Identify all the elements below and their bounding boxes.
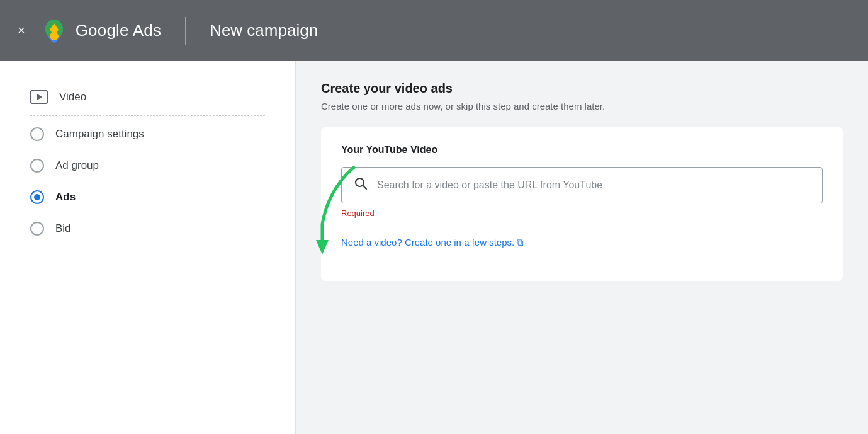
- sidebar-item-ads-label: Ads: [55, 191, 76, 203]
- radio-ad-group: [30, 159, 44, 173]
- video-search-box[interactable]: Search for a video or paste the URL from…: [341, 167, 823, 203]
- radio-bid: [30, 222, 44, 236]
- main-layout: Video Campaign settings Ad group Ads Bid…: [0, 61, 868, 434]
- header-divider: [185, 17, 186, 45]
- radio-campaign-settings: [30, 127, 44, 141]
- sidebar-item-bid-label: Bid: [55, 222, 71, 235]
- close-button[interactable]: ×: [18, 23, 25, 38]
- video-icon: [30, 90, 48, 104]
- brand-name: Google Ads: [76, 21, 161, 40]
- sidebar-item-bid[interactable]: Bid: [30, 213, 295, 244]
- external-link-icon: ⧉: [517, 237, 524, 248]
- required-text: Required: [341, 208, 823, 218]
- sidebar-item-ad-group[interactable]: Ad group: [30, 150, 295, 181]
- search-placeholder: Search for a video or paste the URL from…: [377, 180, 602, 191]
- content-subtitle: Create one or more ads now, or skip this…: [321, 101, 843, 111]
- content-area: Create your video ads Create one or more…: [296, 61, 868, 434]
- svg-marker-3: [316, 240, 329, 254]
- sidebar-item-ads[interactable]: Ads: [30, 181, 295, 213]
- sidebar-item-campaign-settings-label: Campaign settings: [55, 128, 144, 140]
- sidebar-divider: [30, 115, 265, 116]
- need-video-section: Need a video? Create one in a few steps.…: [341, 237, 823, 261]
- card-title: Your YouTube Video: [341, 144, 823, 156]
- sidebar-item-video-label: Video: [59, 91, 86, 103]
- google-ads-logo-icon: [40, 17, 68, 45]
- radio-ads: [30, 190, 44, 204]
- sidebar-item-campaign-settings[interactable]: Campaign settings: [30, 118, 295, 150]
- google-ads-logo: Google Ads: [40, 17, 161, 45]
- green-arrow-icon: [303, 161, 385, 262]
- sidebar-item-ad-group-label: Ad group: [55, 159, 99, 172]
- page-title: New campaign: [210, 21, 318, 40]
- sidebar: Video Campaign settings Ad group Ads Bid: [0, 61, 296, 434]
- app-header: × Google Ads New campaign: [0, 0, 868, 61]
- sidebar-item-video[interactable]: Video: [30, 81, 295, 113]
- content-title: Create your video ads: [321, 81, 843, 96]
- video-card: Your YouTube Video Search for a video or…: [321, 127, 843, 281]
